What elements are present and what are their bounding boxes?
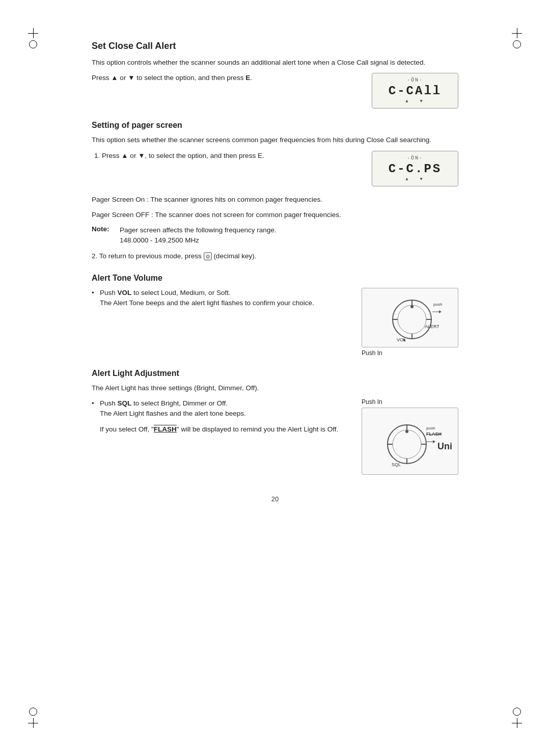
section2-step1-item: Press ▲ or ▼, to select the option, and … <box>102 151 356 161</box>
section2-body1: This option sets whether the scanner scr… <box>92 135 458 145</box>
diagram1-svg: VOL ● ALERT push <box>366 291 458 342</box>
diagram2-container: Push In <box>362 398 458 475</box>
section-alert-tone-volume: Alert Tone Volume Push VOL to select Lou… <box>92 274 458 357</box>
vol-bold: VOL <box>118 289 132 296</box>
circle-tl <box>29 40 37 48</box>
reg-mark-tl <box>28 28 38 48</box>
lcd1-arrows: ▲ ▼ <box>379 99 451 104</box>
svg-text:push: push <box>433 302 442 307</box>
svg-text:SQL: SQL <box>392 462 401 467</box>
main-content: Set Close Call Alert This option control… <box>92 41 458 503</box>
lcd2-top: ·ÖN· <box>379 155 451 161</box>
section-pager-screen: Setting of pager screen This option sets… <box>92 121 458 261</box>
svg-point-19 <box>405 430 408 433</box>
section1-body1: This option controls whether the scanner… <box>92 58 458 68</box>
note-label: Note: <box>92 225 115 246</box>
note-block: Note: Pager screen affects the following… <box>92 225 458 246</box>
section4-text: Push SQL to select Bright, Dimmer or Off… <box>92 398 346 440</box>
lcd2-arrows: ▲ ▼ <box>379 177 451 182</box>
section1-instruction-row: Press ▲ or ▼ to select the option, and t… <box>92 73 458 109</box>
crosshair-br <box>512 718 522 728</box>
section2-step1-text: Press ▲ or ▼, to select the option, and … <box>92 151 356 164</box>
diagram1-box: VOL ● ALERT push <box>362 288 458 347</box>
note-text: Pager screen affects the following frequ… <box>120 225 276 246</box>
section3-bullet1: Push VOL to select Loud, Medium, or Soft… <box>92 288 346 309</box>
section3-content-row: Push VOL to select Loud, Medium, or Soft… <box>92 288 458 357</box>
svg-text:Uni: Uni <box>437 441 452 451</box>
section1-instruction-text: Press ▲ or ▼ to select the option, and t… <box>92 73 356 88</box>
diagram1-push-in-label: Push In <box>362 349 382 357</box>
reg-mark-tr <box>512 28 522 48</box>
section2-pager-off: Pager Screen OFF : The scanner does not … <box>92 210 458 220</box>
lcd-display-2: ·ÖN· C-C.PS ▲ ▼ <box>372 151 458 186</box>
reg-mark-bl <box>28 708 38 728</box>
svg-text:FLASH: FLASH <box>426 431 442 437</box>
crosshair-tl <box>28 28 38 38</box>
diagram1-container: VOL ● ALERT push Push In <box>362 288 458 357</box>
section4-bullet1: Push SQL to select Bright, Dimmer or Off… <box>92 398 346 419</box>
svg-marker-24 <box>433 440 435 443</box>
diagram2-svg: SQL push FLASH Uni <box>366 411 458 470</box>
section4-title: Alert Light Adjustment <box>92 369 458 378</box>
section-alert-light: Alert Light Adjustment The Alert Light h… <box>92 369 458 475</box>
section4-body1: The Alert Light has three settings (Brig… <box>92 383 458 393</box>
section3-title: Alert Tone Volume <box>92 274 458 283</box>
section4-content-row: Push SQL to select Bright, Dimmer or Off… <box>92 398 458 475</box>
svg-point-6 <box>410 305 414 308</box>
circle-tr <box>513 40 521 48</box>
diagram2-box: SQL push FLASH Uni <box>362 408 458 475</box>
flash-text: FLASH <box>154 425 177 433</box>
lcd1-main: C-CAll <box>379 84 451 98</box>
section4-flash-note: If you select Off, "FLASH" will be displ… <box>100 424 346 435</box>
section3-text: Push VOL to select Loud, Medium, or Soft… <box>92 288 346 312</box>
section1-press-instruction: Press ▲ or ▼ to select the option, and t… <box>92 73 356 83</box>
svg-point-1 <box>398 305 426 334</box>
svg-text:push: push <box>426 426 435 430</box>
circle-bl <box>29 708 37 716</box>
crosshair-bl <box>28 718 38 728</box>
svg-text:●: ● <box>403 337 405 342</box>
section3-bullet-list: Push VOL to select Loud, Medium, or Soft… <box>92 288 346 309</box>
section2-step2: 2. To return to previous mode, press ⊙ (… <box>92 251 458 261</box>
page: Set Close Call Alert This option control… <box>0 0 550 756</box>
section4-bullet-list: Push SQL to select Bright, Dimmer or Off… <box>92 398 346 419</box>
diagram2-push-in-label: Push In <box>362 398 382 406</box>
crosshair-tr <box>512 28 522 38</box>
section-set-close-call-alert: Set Close Call Alert This option control… <box>92 41 458 109</box>
lcd1-top: ·ÖN· <box>379 77 451 83</box>
section1-title: Set Close Call Alert <box>92 41 458 51</box>
reg-mark-br <box>512 708 522 728</box>
section2-step1-row: Press ▲ or ▼, to select the option, and … <box>92 151 458 186</box>
decimal-key-icon: ⊙ <box>204 252 212 260</box>
section2-pager-on: Pager Screen On : The scanner ignores hi… <box>92 195 458 205</box>
lcd-display-1: ·ÖN· C-CAll ▲ ▼ <box>372 73 458 109</box>
page-number: 20 <box>92 495 458 503</box>
svg-marker-12 <box>439 310 442 313</box>
section2-title: Setting of pager screen <box>92 121 458 130</box>
circle-br <box>513 708 521 716</box>
svg-point-14 <box>393 430 421 458</box>
svg-text:ALERT: ALERT <box>425 324 439 329</box>
sql-bold: SQL <box>118 399 132 407</box>
lcd2-main: C-C.PS <box>379 162 451 176</box>
